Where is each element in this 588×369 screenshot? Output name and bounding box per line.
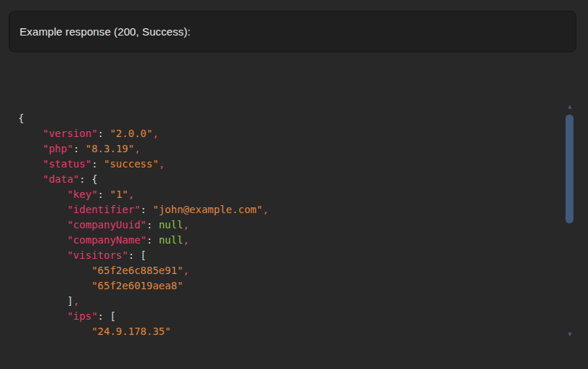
code-token-str: "8.3.19" [86, 143, 134, 154]
code-line: "status": "success", [18, 157, 555, 172]
code-token-key: "visitors" [67, 249, 128, 261]
code-token-punct: : [ [128, 249, 146, 261]
example-response-label: Example response (200, Success): [20, 25, 191, 38]
code-line: ], [18, 294, 555, 309]
code-line: "php": "8.3.19", [18, 141, 555, 157]
code-token-punct: : [146, 219, 159, 231]
code-token-key: "key" [67, 188, 97, 200]
code-line: "key": "1", [18, 187, 555, 202]
code-token-punct: ] [67, 295, 73, 307]
code-line: "companyUuid": null, [18, 217, 555, 233]
code-token-key: "identifier" [67, 204, 140, 215]
code-token-punct: { [18, 112, 24, 124]
code-token-key: "php" [43, 143, 73, 154]
code-panel[interactable]: { "version": "2.0.0", "php": "8.3.19", "… [0, 100, 588, 342]
code-token-punct: : [91, 158, 104, 170]
code-line: "companyName": null, [18, 233, 555, 248]
code-token-str: "2.0.0" [109, 128, 152, 139]
scroll-up-icon[interactable]: ▲ [566, 103, 574, 110]
code-token-key: "companyUuid" [67, 219, 146, 231]
page: { "header": { "label": "Example response… [0, 0, 588, 369]
code-token-comma: , [134, 143, 140, 154]
code-token-comma: , [183, 219, 189, 231]
code-token-punct: : [141, 204, 153, 215]
scroll-down-icon[interactable]: ▼ [566, 331, 574, 338]
code-token-punct: : [73, 143, 86, 154]
code-token-str: "success" [104, 158, 159, 170]
code-line: "65f2e6019aea8" [18, 278, 555, 294]
code-token-str: "24.9.178.35" [91, 326, 171, 337]
scrollbar[interactable]: ▲ ▼ [566, 100, 574, 342]
code-token-punct: : { [79, 173, 97, 185]
code-line: "version": "2.0.0", [18, 126, 555, 141]
example-response-header: Example response (200, Success): [9, 11, 576, 52]
code-token-comma: , [73, 295, 79, 307]
code-line: "ips": [ [18, 309, 555, 324]
scrollbar-thumb[interactable] [566, 115, 573, 223]
code-token-key: "ips" [67, 310, 97, 322]
code-token-punct: : [98, 128, 110, 139]
code-token-str: "1" [109, 188, 128, 200]
code-token-null: null [159, 219, 183, 231]
code-token-str: "65f2e6019aea8" [91, 280, 183, 291]
code-line: "65f2e6c885e91", [18, 263, 555, 278]
code-line: "data": { [18, 172, 555, 187]
code-token-punct: : [146, 234, 159, 246]
code-token-comma: , [128, 188, 134, 200]
code-line: "24.9.178.35" [18, 324, 555, 339]
code-token-null: null [159, 234, 183, 246]
code-token-key: "companyName" [67, 234, 146, 246]
code-token-comma: , [183, 265, 189, 276]
code-token-key: "version" [43, 128, 98, 139]
code-token-str: "65f2e6c885e91" [91, 265, 183, 276]
code-token-punct: : [ [98, 310, 116, 322]
code-token-comma: , [159, 158, 165, 170]
code-line: "identifier": "john@example.com", [18, 202, 555, 217]
code-token-str: "john@example.com" [152, 204, 262, 215]
code-token-punct: : [98, 188, 110, 200]
code-line: "visitors": [ [18, 248, 555, 263]
code-token-comma: , [262, 204, 268, 215]
code-token-key: "data" [43, 173, 80, 185]
code-token-comma: , [152, 128, 158, 139]
code-token-comma: , [183, 234, 189, 246]
code-block: { "version": "2.0.0", "php": "8.3.19", "… [0, 100, 588, 339]
code-token-key: "status" [43, 158, 91, 170]
code-line: { [18, 111, 555, 126]
